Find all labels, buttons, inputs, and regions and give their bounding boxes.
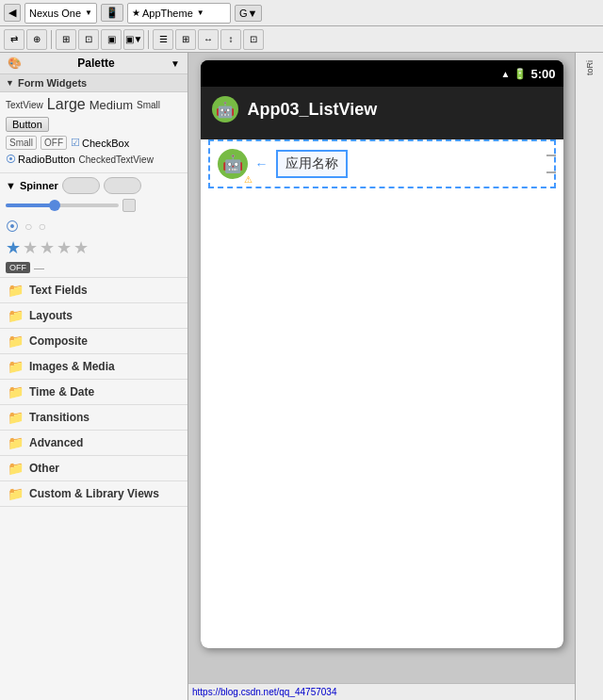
- right-panel: toRi: [575, 53, 603, 700]
- phone-content: 🤖 ← 应用名称 ⚠: [201, 139, 563, 648]
- layouts-label: Layouts: [29, 309, 73, 322]
- palette-list-item-text-fields[interactable]: 📁 Text Fields: [0, 278, 187, 303]
- folder-icon-advanced: 📁: [8, 435, 24, 450]
- arrow-left-icon: ←: [255, 156, 269, 171]
- palette-list-item-layouts[interactable]: 📁 Layouts: [0, 303, 187, 329]
- content-text-box[interactable]: 应用名称: [276, 150, 348, 178]
- button-widget[interactable]: Button: [6, 117, 49, 132]
- phone-status-bar: ▲ 🔋 5:00: [201, 60, 563, 87]
- slider-end: [122, 199, 136, 212]
- radio-empty2[interactable]: ○: [38, 219, 45, 234]
- resize-handle[interactable]: [546, 155, 556, 173]
- form-widgets-triangle: ▼: [6, 78, 14, 88]
- content-item[interactable]: 🤖 ← 应用名称 ⚠: [208, 139, 556, 188]
- slider-fill: [6, 203, 51, 207]
- right-label: toRi: [585, 60, 595, 75]
- palette-list-item-custom-library[interactable]: 📁 Custom & Library Views: [0, 481, 187, 507]
- palette-list-item-other[interactable]: 📁 Other: [0, 456, 187, 481]
- radio-dot: ⦿: [6, 154, 16, 165]
- palette-list-item-time-date[interactable]: 📁 Time & Date: [0, 380, 187, 405]
- square-btn[interactable]: ⊡: [243, 29, 264, 50]
- star-3[interactable]: ★: [40, 237, 55, 258]
- custom-library-label: Custom & Library Views: [29, 487, 159, 500]
- slider-thumb[interactable]: [49, 200, 60, 211]
- spinner-triangle: ▼: [6, 180, 16, 191]
- radio-button-widget[interactable]: ⦿ RadioButton: [6, 154, 75, 165]
- format-btn[interactable]: ☰: [153, 29, 173, 50]
- checked-text-view-label[interactable]: CheckedTextView: [79, 155, 154, 165]
- medium-label[interactable]: Medium: [90, 98, 133, 112]
- small-toggle[interactable]: Small: [6, 136, 37, 150]
- layout-btn[interactable]: ▣: [101, 29, 122, 50]
- small-label[interactable]: Small: [137, 100, 160, 110]
- composite-label: Composite: [29, 334, 88, 348]
- grid-btn[interactable]: ⊞: [56, 29, 76, 50]
- apptheme-dropdown-arrow: ▼: [197, 8, 204, 17]
- back-btn[interactable]: ◀: [4, 4, 21, 22]
- phone-container: ▲ 🔋 5:00 🤖 App03_ListView �: [188, 53, 575, 683]
- android-logo-actionbar: 🤖: [212, 96, 238, 122]
- extra-btn[interactable]: G▼: [235, 5, 262, 22]
- snap-btn[interactable]: ⊡: [78, 29, 99, 50]
- canvas-area: ▲ 🔋 5:00 🤖 App03_ListView �: [188, 53, 575, 700]
- radio-filled[interactable]: ⦿: [6, 219, 19, 234]
- sep1: [51, 30, 52, 49]
- height-btn[interactable]: ↕: [220, 29, 241, 50]
- palette-list-item-advanced[interactable]: 📁 Advanced: [0, 431, 187, 456]
- apptheme-dropdown[interactable]: ★ AppTheme ▼: [127, 3, 231, 24]
- spinner-widget1[interactable]: [62, 177, 100, 194]
- star-2[interactable]: ★: [23, 237, 38, 258]
- spinner-widget2[interactable]: [104, 177, 141, 194]
- slider-container: [6, 198, 182, 213]
- palette-collapse-btn[interactable]: ▼: [171, 58, 180, 69]
- device-label: Nexus One: [29, 8, 81, 19]
- palette-list-item-composite[interactable]: 📁 Composite: [0, 329, 187, 354]
- other-label: Other: [29, 462, 59, 475]
- spinner-section: ▼ Spinner ⦿ ○ ○ ★ ★: [0, 173, 187, 278]
- off-toggle[interactable]: OFF: [41, 136, 67, 150]
- device-dropdown[interactable]: Nexus One ▼: [24, 3, 97, 24]
- align-btn[interactable]: ⊞: [175, 29, 196, 50]
- url-bar: https://blog.csdn.net/qq_44757034: [188, 683, 575, 700]
- radio-label: RadioButton: [18, 154, 75, 165]
- sep2: [148, 30, 149, 49]
- star-icon: ★: [132, 8, 140, 18]
- form-widgets-content: TextView Large Medium Small Button Small…: [0, 92, 187, 173]
- folder-icon-layouts: 📁: [8, 308, 24, 323]
- warning-icon: ⚠: [244, 174, 253, 185]
- toggle-checkbox-row: Small OFF ☑ CheckBox: [6, 136, 182, 150]
- star-1[interactable]: ★: [6, 237, 21, 258]
- palette-list-item-transitions[interactable]: 📁 Transitions: [0, 405, 187, 431]
- textview-label[interactable]: TextView: [6, 100, 43, 110]
- toggle-dash: —: [34, 262, 44, 273]
- radio-row: ⦿ RadioButton CheckedTextView: [6, 154, 182, 165]
- folder-icon-composite: 📁: [8, 334, 24, 349]
- radio-empty1[interactable]: ○: [24, 219, 32, 234]
- width-btn[interactable]: ↔: [198, 29, 219, 50]
- apptheme-label: AppTheme: [142, 8, 193, 19]
- device-icon-btn[interactable]: 📱: [101, 4, 123, 22]
- large-label[interactable]: Large: [47, 96, 86, 113]
- advanced-label: Advanced: [29, 436, 83, 449]
- transitions-label: Transitions: [29, 411, 90, 424]
- star-4[interactable]: ★: [57, 237, 72, 258]
- palette-list-item-images-media[interactable]: 📁 Images & Media: [0, 354, 187, 380]
- form-widgets-section-header[interactable]: ▼ Form Widgets: [0, 74, 187, 92]
- slider-track[interactable]: [6, 203, 119, 207]
- radio-group: ⦿ ○ ○: [6, 219, 182, 234]
- status-icons: ▲ 🔋 5:00: [501, 67, 556, 81]
- folder-icon-images-media: 📁: [8, 359, 24, 374]
- toggle-row: OFF —: [6, 262, 182, 273]
- main-area: 🎨 Palette ▼ ▼ Form Widgets TextView Larg…: [0, 53, 603, 700]
- battery-icon: 🔋: [513, 68, 527, 80]
- spinner-header[interactable]: ▼ Spinner: [6, 177, 182, 194]
- palette-list: 📁 Text Fields 📁 Layouts 📁 Composite 📁 Im…: [0, 278, 187, 700]
- top-toolbar: ◀ Nexus One ▼ 📱 ★ AppTheme ▼ G▼: [0, 0, 603, 26]
- resize-btn[interactable]: ⊕: [26, 29, 47, 50]
- text-fields-label: Text Fields: [29, 284, 88, 297]
- checkbox-widget[interactable]: ☑ CheckBox: [71, 137, 129, 149]
- layout-dropdown-btn[interactable]: ▣▼: [123, 29, 144, 50]
- rotate-btn[interactable]: ⇄: [4, 29, 24, 50]
- toggle-off-label[interactable]: OFF: [6, 262, 30, 273]
- star-5[interactable]: ★: [73, 237, 89, 258]
